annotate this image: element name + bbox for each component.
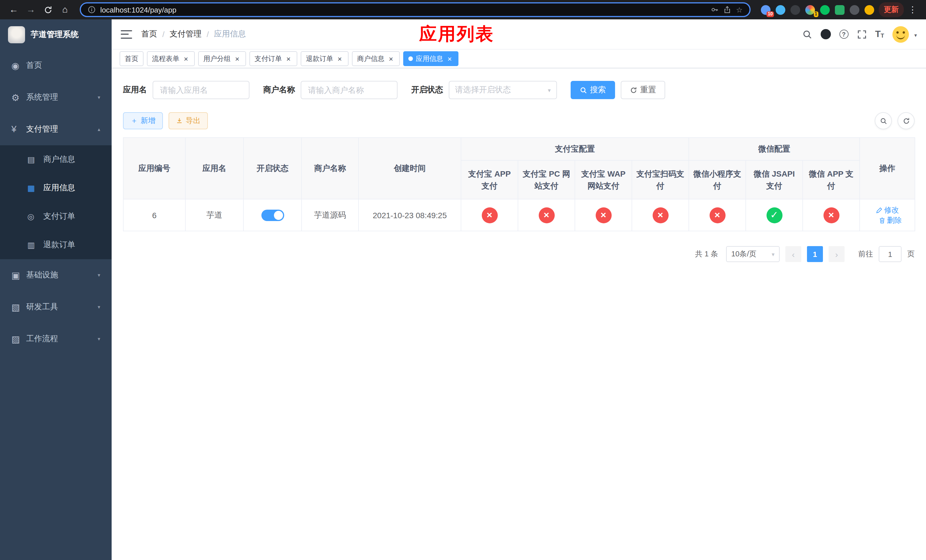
card-icon: ▤: [27, 155, 38, 164]
reset-button[interactable]: 重置: [621, 81, 665, 99]
chevron-down-icon: ▾: [98, 304, 100, 310]
sidebar-logo[interactable]: 芋道管理系统: [0, 20, 112, 50]
search-button[interactable]: 搜索: [570, 81, 615, 99]
sidebar-item-home[interactable]: ◉ 首页: [0, 50, 112, 82]
monitor-icon: ▣: [11, 270, 26, 281]
tags-view: 首页 流程表单 × 用户分组 × 支付订单 × 退款订单 ×: [112, 50, 926, 68]
next-page-button[interactable]: ›: [829, 246, 844, 262]
target-icon: ◎: [27, 212, 38, 221]
goto-label: 前往: [858, 249, 873, 259]
tab-app-info[interactable]: 应用信息 ×: [403, 51, 458, 66]
browser-profile-avatar[interactable]: [864, 5, 874, 15]
sidebar-item-app-info[interactable]: ▦ 应用信息: [0, 174, 112, 202]
extension-icon[interactable]: 10: [761, 5, 770, 15]
sidebar-collapse-icon[interactable]: [121, 30, 132, 38]
prev-page-button[interactable]: ‹: [785, 246, 801, 262]
extension-icon[interactable]: [820, 5, 830, 15]
col-wechat-mini: 微信小程序支付: [689, 160, 746, 199]
tab-user-group[interactable]: 用户分组 ×: [198, 51, 246, 66]
tab-process-form[interactable]: 流程表单 ×: [147, 51, 195, 66]
extensions-tray: 10 1: [761, 5, 874, 15]
col-app-id: 应用编号: [123, 138, 185, 199]
breadcrumb-payment[interactable]: 支付管理: [170, 29, 201, 39]
sidebar-item-infra[interactable]: ▣ 基础设施 ▾: [0, 259, 112, 291]
extension-icon[interactable]: [835, 5, 844, 15]
close-icon[interactable]: ×: [336, 55, 343, 62]
extension-icon[interactable]: 1: [805, 5, 815, 15]
cell-merchant: 芋道源码: [301, 199, 359, 231]
close-icon[interactable]: ×: [182, 55, 190, 62]
close-icon[interactable]: ×: [446, 55, 453, 62]
chevron-down-icon: ▾: [98, 336, 100, 342]
current-page-button[interactable]: 1: [807, 246, 823, 262]
col-wechat-app: 微信 APP 支付: [803, 160, 859, 199]
logo-image: [8, 26, 25, 43]
github-icon[interactable]: [820, 29, 831, 39]
close-icon[interactable]: ×: [387, 55, 395, 62]
box-icon: ▨: [11, 333, 26, 344]
edit-link[interactable]: 修改: [876, 205, 899, 215]
status-toggle[interactable]: [261, 209, 284, 221]
extension-icon[interactable]: [776, 5, 785, 15]
address-bar[interactable]: localhost:1024/pay/app ☆: [80, 2, 750, 17]
extension-icon[interactable]: [790, 5, 800, 15]
bookmark-star-icon[interactable]: ☆: [736, 5, 743, 14]
chevron-down-icon: ▾: [772, 251, 775, 257]
search-form: 应用名 商户名称 开启状态 请选择开启状态 ▾: [123, 81, 915, 99]
sidebar-item-pay-order[interactable]: ◎ 支付订单: [0, 202, 112, 231]
merchant-name-input[interactable]: [301, 81, 398, 99]
sidebar-item-system[interactable]: ⚙ 系统管理 ▾: [0, 82, 112, 114]
col-status: 开启状态: [244, 138, 301, 199]
page-size-select[interactable]: 10条/页 ▾: [726, 246, 780, 262]
toggle-search-button[interactable]: [875, 112, 892, 129]
sidebar-item-merchant-info[interactable]: ▤ 商户信息: [0, 145, 112, 174]
refresh-button[interactable]: [897, 112, 915, 129]
toolbox-icon: ▧: [11, 302, 26, 312]
font-size-icon[interactable]: TT: [875, 30, 884, 39]
app-table: 应用编号 应用名 开启状态 商户名称 创建时间 支付宝配置 微信配置 操作 支付…: [123, 137, 915, 231]
sidebar-item-refund-order[interactable]: ▥ 退款订单: [0, 231, 112, 259]
status-select[interactable]: 请选择开启状态 ▾: [449, 81, 557, 99]
status-select-placeholder: 请选择开启状态: [455, 85, 511, 95]
yen-icon: ¥: [11, 124, 26, 135]
table-toolbar: ＋ 新增 导出: [123, 112, 915, 129]
url-text[interactable]: localhost:1024/pay/app: [100, 5, 707, 14]
fullscreen-icon[interactable]: [857, 29, 867, 39]
extension-icon[interactable]: [850, 5, 859, 15]
home-icon[interactable]: ⌂: [57, 2, 73, 18]
reload-icon[interactable]: [40, 2, 56, 18]
sidebar-item-payment[interactable]: ¥ 支付管理 ▴: [0, 114, 112, 145]
sidebar-item-workflow[interactable]: ▨ 工作流程 ▾: [0, 323, 112, 355]
export-button[interactable]: 导出: [169, 112, 208, 129]
browser-update-button[interactable]: 更新: [879, 2, 904, 17]
close-icon[interactable]: ×: [285, 55, 292, 62]
back-icon[interactable]: ←: [6, 2, 22, 18]
tab-home[interactable]: 首页: [120, 51, 144, 66]
browser-menu-icon[interactable]: ⋮: [905, 5, 920, 15]
chevron-down-icon: ▾: [548, 87, 551, 93]
help-icon[interactable]: ?: [839, 30, 848, 39]
add-button[interactable]: ＋ 新增: [123, 112, 163, 129]
grid-icon: ▦: [27, 183, 38, 192]
sidebar-item-devtools[interactable]: ▧ 研发工具 ▾: [0, 291, 112, 323]
breadcrumb-home[interactable]: 首页: [141, 29, 157, 39]
user-avatar[interactable]: [893, 26, 909, 42]
breadcrumb-current: 应用信息: [214, 29, 246, 39]
search-icon[interactable]: [802, 29, 812, 39]
tab-merchant-info[interactable]: 商户信息 ×: [352, 51, 400, 66]
channel-status-icon: ×: [652, 207, 668, 223]
cell-status: [244, 199, 301, 231]
page-content: 应用名 商户名称 开启状态 请选择开启状态 ▾: [112, 68, 926, 560]
tab-refund-order[interactable]: 退款订单 ×: [301, 51, 348, 66]
goto-page-input[interactable]: [879, 246, 902, 262]
channel-status-icon: ×: [823, 207, 839, 223]
site-info-icon[interactable]: [88, 6, 96, 14]
group-alipay: 支付宝配置: [461, 138, 689, 160]
app-name-input[interactable]: [153, 81, 250, 99]
share-icon[interactable]: [723, 6, 731, 14]
password-key-icon[interactable]: [711, 6, 719, 14]
delete-link[interactable]: 删除: [878, 215, 902, 225]
forward-icon[interactable]: →: [23, 2, 39, 18]
close-icon[interactable]: ×: [233, 55, 241, 62]
tab-pay-order[interactable]: 支付订单 ×: [250, 51, 297, 66]
